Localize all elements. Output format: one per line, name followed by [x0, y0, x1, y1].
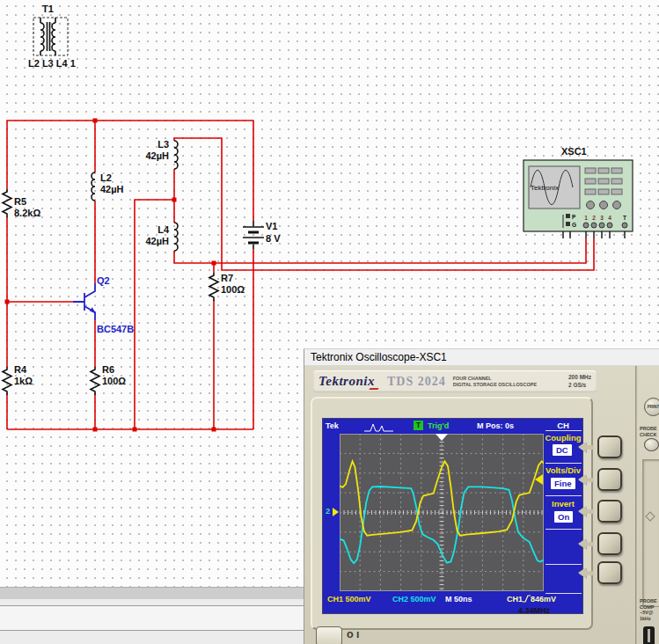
oscilloscope-icon-xsc1[interactable]: XSC1 Tektronix P G 1 2 3 4 T	[524, 146, 633, 238]
l2-ref-label: L2	[100, 172, 112, 183]
instrument-front-panel: Tektronix TDS 2024 FOUR CHANNELDIGITAL S…	[304, 366, 659, 644]
battery-v1[interactable]: V1 8 V	[243, 221, 281, 249]
resistor-r4[interactable]: R4 1kΩ	[3, 364, 33, 395]
rising-edge-icon	[523, 595, 531, 603]
trigger-info: CH1846mV	[507, 595, 556, 604]
trigger-frequency: 4.34MHz	[518, 606, 550, 614]
marker-position: M Pos: 0s	[477, 421, 514, 430]
menu-arrow-5	[578, 567, 596, 578]
power-on-symbol: I	[356, 631, 359, 640]
inductor-l2[interactable]: L2 42µH	[92, 172, 124, 201]
probe-check-button[interactable]	[644, 438, 659, 451]
xsc1-brand-label: Tektronix	[531, 184, 559, 192]
l3-value-label: 42µH	[145, 150, 169, 161]
r5-value-label: 8.2kΩ	[14, 208, 40, 218]
xsc1-pin-g-label: G	[572, 222, 576, 228]
ch2-scale: CH2 500mV	[392, 595, 436, 604]
xsc1-pin-stubs	[563, 231, 625, 238]
menu-arrow-2	[578, 474, 596, 485]
acquisition-icon	[363, 422, 395, 433]
xsc1-pin-t-label: T	[623, 215, 626, 221]
xsc1-ref-label: XSC1	[561, 146, 587, 157]
r7-ref-label: R7	[221, 273, 233, 283]
resistor-r7[interactable]: R7 100Ω	[209, 273, 245, 301]
side-recess-panel	[642, 459, 659, 607]
oscilloscope-window: Tektronix Oscilloscope-XSC1 Tektronix TD…	[304, 348, 659, 644]
t1-ref-label: T1	[42, 4, 54, 14]
soft-menu-button-4[interactable]	[597, 532, 622, 555]
xsc1-pin-p-label: P	[572, 214, 576, 220]
v1-value-label: 8 V	[266, 233, 281, 244]
bandwidth-spec: 200 MHz2 GS/s	[568, 374, 591, 388]
r4-ref-label: R4	[14, 364, 27, 375]
transistor-q2[interactable]: Q2 BC547B	[73, 275, 134, 334]
menu-coupling-label: Coupling	[544, 433, 582, 443]
r5-ref-label: R5	[14, 196, 26, 207]
xsc1-pin-2-label: 2	[592, 215, 596, 221]
menu-arrow-3	[578, 506, 596, 516]
brand-strip: Tektronix TDS 2024 FOUR CHANNELDIGITAL S…	[313, 370, 597, 392]
q2-value-label: BC547B	[97, 324, 134, 334]
v1-ref-label: V1	[266, 221, 277, 231]
xsc1-pin-1-label: 1	[584, 215, 588, 221]
print-button[interactable]: PRINT	[644, 398, 659, 416]
lcd-screen: Tek T Trig'd M Pos: 0s	[322, 418, 583, 614]
inductor-l3[interactable]: L3 42µH	[145, 139, 178, 169]
target-icon	[645, 511, 655, 521]
model-description: FOUR CHANNELDIGITAL STORAGE OSCILLOSCOPE	[453, 376, 537, 388]
xsc1-buttons[interactable]	[585, 168, 622, 194]
resistor-r5[interactable]: R5 8.2kΩ	[3, 189, 40, 218]
graticule-overlays	[340, 434, 544, 591]
l2-value-label: 42µH	[100, 184, 124, 194]
inductor-l4[interactable]: L4 42µH	[145, 223, 178, 251]
window-title: Tektronix Oscilloscope-XSC1	[311, 351, 447, 363]
r6-ref-label: R6	[102, 364, 114, 375]
r4-value-label: 1kΩ	[14, 376, 33, 386]
panel-crease	[635, 366, 638, 644]
soft-menu-button-2[interactable]	[597, 468, 622, 491]
menu-voltsdiv-label: Volts/Div	[544, 465, 582, 475]
trigger-badge: T	[414, 421, 423, 430]
trigger-position-arrow[interactable]	[436, 434, 448, 441]
ch2-marker-arrow	[333, 508, 339, 516]
graticule	[340, 434, 544, 591]
menu-title: CH	[544, 421, 582, 430]
trigger-status: Trig'd	[428, 421, 449, 430]
soft-menu-button-3[interactable]	[597, 500, 622, 523]
power-off-symbol: O	[347, 631, 354, 640]
timebase: M 50ns	[445, 595, 472, 604]
xsc1-pin-3-label: 3	[600, 215, 604, 221]
menu-invert-value[interactable]: On	[554, 511, 573, 523]
menu-voltsdiv-value[interactable]: Fine	[551, 478, 575, 489]
window-titlebar[interactable]: Tektronix Oscilloscope-XSC1	[304, 349, 659, 366]
probe-comp-label: PROBE COMP ~5V@ 1kHz	[640, 598, 657, 621]
tek-label: Tek	[326, 421, 339, 430]
menu-arrow-1	[578, 442, 596, 452]
ch1-scale: CH1 500mV	[327, 595, 371, 604]
q2-ref-label: Q2	[97, 275, 110, 286]
t1-pins-label: L2 L3 L4 1	[28, 58, 76, 69]
transformer-t1[interactable]: T1 L2 L3 L4 1	[28, 4, 76, 69]
r7-value-label: 100Ω	[221, 284, 245, 295]
multisim-workspace: T1 L2 L3 L4 1 R5 8.2kΩ R4 1kΩ	[0, 0, 659, 644]
l3-ref-label: L3	[157, 139, 169, 150]
xsc1-pin-4-label: 4	[608, 215, 611, 221]
probe-comp-connector[interactable]	[643, 626, 655, 644]
ch2-marker-label: 2	[326, 506, 330, 516]
model-label: TDS 2024	[387, 375, 446, 389]
brand-logo: Tektronix	[319, 374, 375, 389]
trigger-level-arrow[interactable]	[535, 474, 543, 485]
screen-bezel: Tek T Trig'd M Pos: 0s	[311, 397, 593, 630]
soft-menu-button-5[interactable]	[597, 561, 622, 584]
menu-invert-label: Invert	[544, 499, 582, 509]
l4-ref-label: L4	[157, 224, 170, 235]
menu-coupling-value[interactable]: DC	[553, 444, 572, 456]
probe-check-label: PROBECHECK	[640, 426, 657, 437]
xsc1-knobs[interactable]	[587, 201, 621, 209]
r6-value-label: 100Ω	[102, 376, 126, 386]
soft-menu-button-1[interactable]	[597, 435, 622, 458]
power-button[interactable]	[316, 626, 342, 644]
l4-value-label: 42µH	[145, 236, 169, 246]
resistor-r6[interactable]: R6 100Ω	[91, 364, 126, 395]
menu-arrow-4	[578, 538, 596, 549]
